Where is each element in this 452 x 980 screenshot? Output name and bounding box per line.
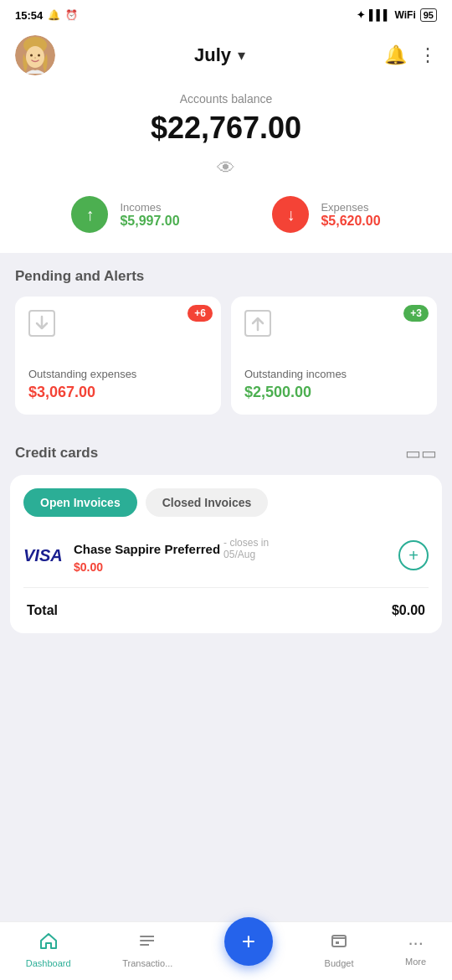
pending-cards: +6 Outstanding expenses $3,067.00 +3 Out… [0,297,452,430]
total-label: Total [27,603,58,618]
closes-in-text: - closes in [223,537,269,549]
expenses-badge: +6 [187,305,213,322]
expense-label: Expenses [321,201,380,214]
card-closes-label: - closes in 05/Aug [223,537,269,560]
svg-point-4 [38,54,40,57]
nav-dashboard[interactable]: Dashboard [26,931,71,968]
nav-budget[interactable]: Budget [325,931,354,968]
pending-section: Pending and Alerts +6 Outstanding expens… [0,253,452,430]
bottom-nav: Dashboard Transactio... + Budget [0,921,452,980]
outstanding-incomes-card[interactable]: +3 Outstanding incomes $2,500.00 [231,297,437,415]
income-icon: ↑ [71,196,108,233]
more-label: More [405,957,426,967]
svg-point-3 [30,54,33,57]
home-icon [39,931,59,956]
invoice-tabs: Open Invoices Closed Invoices [10,475,442,530]
income-item: ↑ Incomes $5,997.00 [71,196,179,233]
expense-amount: $5,620.00 [321,214,380,229]
income-label: Incomes [120,201,179,214]
income-text: Incomes $5,997.00 [120,201,179,229]
grid-view-icon[interactable]: ▭▭ [405,443,437,463]
month-label: July [194,44,231,66]
pending-title: Pending and Alerts [0,268,452,297]
battery-indicator: 95 [420,8,437,22]
incomes-label: Outstanding incomes [244,368,424,380]
chevron-down-icon: ▾ [238,46,245,64]
notification-icon: 🔔 [48,9,60,21]
alarm-icon: ⏰ [65,9,78,21]
visa-logo: VISA [23,546,64,565]
more-options-icon[interactable]: ⋮ [419,44,437,66]
svg-point-10 [140,936,141,937]
add-card-button[interactable]: + [398,540,429,570]
wifi-icon: WiFi [395,9,416,21]
closes-date: 05/Aug [223,549,255,560]
income-amount: $5,997.00 [120,214,179,229]
incomes-badge: +3 [403,305,429,322]
credit-cards-header: Credit cards ▭▭ [0,436,452,475]
card-name-row: Chase Sappire Preferred - closes in 05/A… [74,537,388,560]
expense-item: ↓ Expenses $5,620.00 [272,196,380,233]
balance-section: Accounts balance $22,767.00 👁 ↑ Incomes … [0,92,452,253]
more-icon: ··· [408,932,423,954]
incomes-pending-amount: $2,500.00 [244,384,424,401]
status-icons: ✦ ▌▌▌ WiFi 95 [357,8,437,22]
svg-point-2 [26,46,44,68]
status-time: 15:54 🔔 ⏰ [15,9,78,22]
credit-card-container: Open Invoices Closed Invoices VISA Chase… [10,475,442,633]
total-row: Total $0.00 [10,588,442,633]
arrow-up-icon [244,310,424,343]
nav-more[interactable]: ··· More [405,932,426,967]
expenses-pending-amount: $3,067.00 [28,384,208,401]
balance-amount: $22,767.00 [17,111,435,146]
card-row: VISA Chase Sappire Preferred - closes in… [10,530,442,587]
header-actions: 🔔 ⋮ [384,44,437,66]
dashboard-label: Dashboard [26,958,71,968]
income-expense-row: ↑ Incomes $5,997.00 ↓ Expenses $5,620.00 [17,196,435,233]
expense-icon: ↓ [272,196,309,233]
bluetooth-icon: ✦ [357,9,365,21]
svg-rect-14 [336,941,339,944]
balance-label: Accounts balance [17,92,435,106]
credit-cards-section: Credit cards ▭▭ Open Invoices Closed Inv… [0,430,452,633]
signal-icon: ▌▌▌ [369,9,391,21]
credit-cards-title: Credit cards [15,445,98,462]
outstanding-expenses-card[interactable]: +6 Outstanding expenses $3,067.00 [15,297,221,415]
total-amount: $0.00 [392,603,425,618]
budget-icon [329,931,349,956]
open-invoices-tab[interactable]: Open Invoices [23,488,137,517]
svg-point-11 [140,940,141,941]
transactions-label: Transactio... [122,958,172,968]
expenses-label: Outstanding expenses [28,368,208,380]
card-name: Chase Sappire Preferred [74,542,220,556]
expense-text: Expenses $5,620.00 [321,201,380,229]
card-balance: $0.00 [74,560,388,574]
bell-icon[interactable]: 🔔 [384,44,407,66]
status-bar: 15:54 🔔 ⏰ ✦ ▌▌▌ WiFi 95 [0,0,452,27]
time-label: 15:54 [15,9,43,22]
budget-label: Budget [325,958,354,968]
svg-rect-13 [332,936,346,946]
transactions-icon [137,931,157,956]
nav-fab[interactable]: + [224,934,273,966]
nav-transactions[interactable]: Transactio... [122,931,172,968]
avatar[interactable] [15,35,55,75]
card-info: Chase Sappire Preferred - closes in 05/A… [74,537,388,574]
app-header: July ▾ 🔔 ⋮ [0,27,452,92]
closed-invoices-tab[interactable]: Closed Invoices [146,488,269,517]
month-selector[interactable]: July ▾ [194,44,245,66]
arrow-down-icon [28,310,208,343]
svg-point-12 [140,944,141,946]
eye-icon[interactable]: 👁 [17,157,435,179]
add-fab-button[interactable]: + [224,917,273,966]
